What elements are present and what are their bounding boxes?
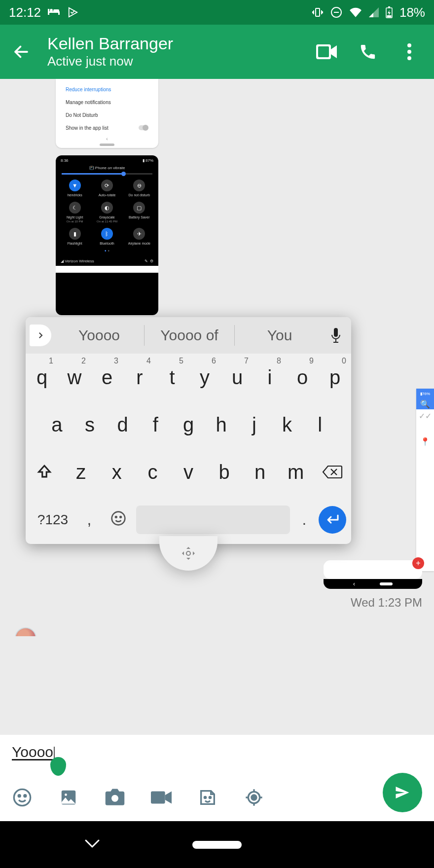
sticker-button[interactable] bbox=[197, 787, 218, 808]
back-button[interactable] bbox=[9, 39, 34, 64]
key-f[interactable]: f bbox=[139, 401, 172, 448]
compose-handle-icon[interactable] bbox=[50, 757, 66, 776]
qs-tile: ▢Battery Saver bbox=[123, 202, 155, 223]
message-screenshot-settings[interactable]: Reduce interruptions Manage notification… bbox=[56, 79, 158, 148]
qs-tile: ◐GrayscaleOn at 11:45 PM bbox=[91, 202, 123, 223]
gallery-button[interactable] bbox=[58, 787, 79, 808]
key-t[interactable]: t5 bbox=[156, 354, 188, 401]
key-o[interactable]: o9 bbox=[286, 354, 319, 401]
system-navbar bbox=[0, 821, 434, 868]
pin-icon: 📍 bbox=[416, 437, 434, 446]
carrier-name: Verizon Wireless bbox=[65, 259, 94, 263]
key-j[interactable]: j bbox=[238, 401, 271, 448]
qs-tile: ⟳Auto-rotate bbox=[91, 180, 123, 197]
key-g[interactable]: g bbox=[172, 401, 205, 448]
svg-rect-2 bbox=[58, 13, 60, 15]
svg-rect-5 bbox=[316, 8, 320, 16]
key-y[interactable]: y6 bbox=[188, 354, 221, 401]
comma-key[interactable]: , bbox=[78, 511, 101, 528]
chevron-left-icon: ‹ bbox=[353, 580, 355, 587]
svg-point-27 bbox=[111, 795, 118, 802]
period-key[interactable]: . bbox=[293, 511, 316, 528]
suggestion-1[interactable]: Yoooo bbox=[54, 327, 144, 344]
message-screenshot-quicksettings[interactable]: 8:36▮ 87% 📳 Phone on vibrate ▼hendricks⟳… bbox=[56, 155, 158, 315]
video-call-button[interactable] bbox=[316, 41, 337, 63]
key-s[interactable]: s bbox=[73, 401, 107, 448]
svg-point-18 bbox=[112, 511, 125, 525]
send-button[interactable] bbox=[383, 773, 422, 812]
qs-tile-icon: ⟳ bbox=[101, 180, 113, 191]
search-icon: 🔍 bbox=[420, 399, 430, 409]
svg-point-22 bbox=[14, 789, 30, 805]
voice-input-button[interactable] bbox=[325, 328, 347, 343]
brightness-slider-icon bbox=[62, 173, 152, 175]
peek-battery: ▮76% bbox=[420, 392, 430, 396]
location-button[interactable] bbox=[244, 787, 264, 808]
key-u[interactable]: u7 bbox=[221, 354, 253, 401]
expand-suggestions-button[interactable] bbox=[30, 325, 51, 346]
qs-tile: ✈Airplane mode bbox=[123, 228, 155, 245]
ime-dismiss-button[interactable] bbox=[84, 838, 101, 851]
svg-point-14 bbox=[407, 56, 411, 60]
cell-icon bbox=[369, 7, 379, 17]
plus-fab-icon: + bbox=[412, 557, 424, 569]
qs-tile-icon: ▢ bbox=[133, 202, 145, 214]
qs-tile-icon: ▼ bbox=[69, 180, 81, 191]
wifi-icon bbox=[349, 7, 362, 17]
home-pill-icon bbox=[380, 582, 393, 585]
svg-point-23 bbox=[18, 795, 20, 796]
key-n[interactable]: n bbox=[242, 448, 278, 496]
key-w[interactable]: w2 bbox=[58, 354, 91, 401]
key-x[interactable]: x bbox=[99, 448, 135, 496]
key-r[interactable]: r4 bbox=[123, 354, 156, 401]
key-i[interactable]: i8 bbox=[253, 354, 286, 401]
gesture-pill-icon bbox=[100, 144, 114, 146]
key-v[interactable]: v bbox=[171, 448, 207, 496]
key-l[interactable]: l bbox=[303, 401, 336, 448]
message-screenshot-peek[interactable]: ▮76% 🔍 ✓✓ 📍 bbox=[416, 389, 434, 571]
qs-tile-icon: ᛒ bbox=[101, 228, 113, 240]
backspace-key[interactable] bbox=[314, 448, 351, 496]
sender-avatar[interactable] bbox=[15, 627, 36, 636]
emoji-picker-button[interactable] bbox=[12, 787, 33, 808]
key-p[interactable]: p0 bbox=[319, 354, 351, 401]
svg-rect-8 bbox=[388, 6, 390, 8]
home-gesture-pill[interactable] bbox=[192, 841, 242, 849]
svg-point-12 bbox=[407, 43, 411, 47]
key-e[interactable]: e3 bbox=[91, 354, 123, 401]
suggestion-3[interactable]: You bbox=[235, 327, 325, 344]
symbols-key[interactable]: ?123 bbox=[31, 512, 75, 528]
compose-input[interactable]: Yoooo bbox=[12, 744, 53, 760]
svg-rect-9 bbox=[387, 15, 391, 17]
edit-gear-icons: ✎ ⚙ bbox=[145, 259, 153, 263]
message-timestamp: Wed 1:23 PM bbox=[351, 596, 422, 610]
voice-call-button[interactable] bbox=[357, 41, 379, 63]
key-z[interactable]: z bbox=[63, 448, 99, 496]
camera-button[interactable] bbox=[105, 787, 125, 808]
floating-keyboard: Yoooo Yoooo of You q1w2e3r4t5y6u7i8o9p0 … bbox=[26, 317, 351, 544]
key-a[interactable]: a bbox=[40, 401, 73, 448]
enter-key[interactable] bbox=[319, 506, 346, 534]
overflow-menu-button[interactable] bbox=[398, 41, 420, 63]
message-screenshot-mini[interactable]: + ‹ bbox=[324, 560, 422, 589]
key-c[interactable]: c bbox=[135, 448, 171, 496]
suggestion-2[interactable]: Yoooo of bbox=[145, 327, 234, 344]
toggle-icon bbox=[139, 125, 148, 130]
key-k[interactable]: k bbox=[271, 401, 304, 448]
key-m[interactable]: m bbox=[278, 448, 314, 496]
suggestion-bar: Yoooo Yoooo of You bbox=[26, 317, 351, 354]
video-button[interactable] bbox=[151, 787, 172, 808]
svg-point-13 bbox=[407, 50, 411, 54]
emoji-key[interactable] bbox=[104, 510, 133, 530]
svg-point-21 bbox=[186, 551, 190, 555]
key-q[interactable]: q1 bbox=[26, 354, 58, 401]
row-manage-notifications: Manage notifications bbox=[66, 100, 111, 105]
svg-point-3 bbox=[50, 9, 53, 12]
space-key[interactable] bbox=[136, 506, 290, 534]
shift-key[interactable] bbox=[26, 448, 63, 496]
checkmarks-icon: ✓✓ bbox=[416, 409, 434, 422]
key-d[interactable]: d bbox=[106, 401, 139, 448]
battery-pct: 18% bbox=[399, 5, 425, 20]
key-b[interactable]: b bbox=[206, 448, 242, 496]
key-h[interactable]: h bbox=[205, 401, 238, 448]
